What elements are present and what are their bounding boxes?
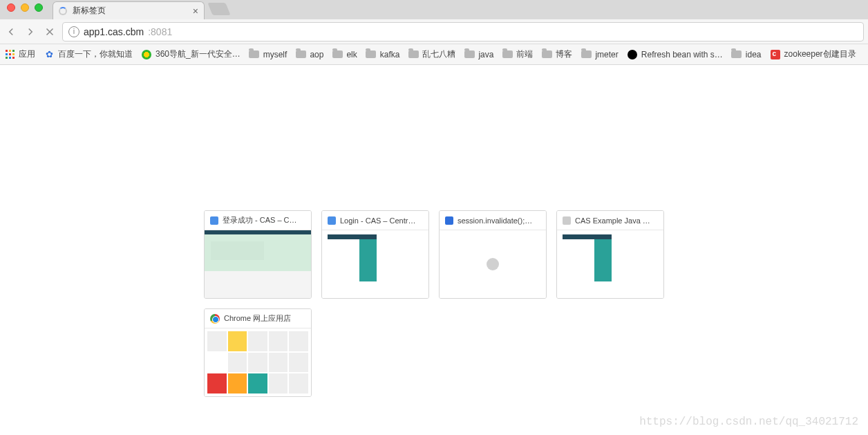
tile-title: session.invalidate();… bbox=[457, 216, 540, 225]
github-icon bbox=[627, 49, 638, 60]
tile-thumbnail bbox=[557, 230, 663, 298]
bookmark-item[interactable]: java bbox=[464, 49, 493, 60]
site-icon bbox=[770, 49, 781, 60]
bookmark-item[interactable]: Refresh bean with s… bbox=[627, 49, 723, 60]
folder-icon bbox=[731, 49, 742, 60]
folder-icon bbox=[408, 49, 419, 60]
bookmark-item[interactable]: ✿百度一下，你就知道 bbox=[44, 48, 133, 60]
tile-thumbnail bbox=[322, 230, 428, 298]
baidu-icon: ✿ bbox=[44, 49, 55, 60]
site-favicon-icon bbox=[445, 216, 453, 225]
tile-title: 登录成功 - CAS – C… bbox=[223, 215, 305, 225]
bookmark-item[interactable]: idea bbox=[731, 49, 762, 60]
bookmark-item[interactable]: 360导航_新一代安全… bbox=[141, 48, 240, 60]
folder-icon bbox=[366, 49, 377, 60]
most-visited-tiles: 登录成功 - CAS – C…Login - CAS – Centr…sessi… bbox=[204, 210, 664, 397]
tile-title: CAS Example Java … bbox=[575, 216, 658, 225]
close-tab-button[interactable]: × bbox=[193, 6, 198, 17]
document-icon bbox=[563, 216, 571, 225]
browser-tab[interactable]: 新标签页 × bbox=[53, 1, 205, 19]
folder-icon bbox=[249, 49, 260, 60]
url-port: :8081 bbox=[148, 26, 172, 37]
bookmark-item[interactable]: zookeeper创建目录 bbox=[770, 48, 856, 60]
url-host: app1.cas.cbm bbox=[84, 26, 144, 37]
bookmark-item[interactable]: elk bbox=[332, 49, 357, 60]
bookmark-item[interactable]: 应用 bbox=[4, 48, 35, 60]
bookmark-label: 前端 bbox=[516, 48, 533, 60]
toolbar: i app1.cas.cbm:8081 bbox=[0, 19, 868, 44]
tab-strip: 新标签页 × bbox=[0, 0, 868, 19]
bookmark-label: zookeeper创建目录 bbox=[784, 48, 856, 60]
forward-button[interactable] bbox=[23, 25, 37, 39]
bookmark-label: 博客 bbox=[556, 48, 572, 60]
folder-icon bbox=[581, 49, 592, 60]
back-button[interactable] bbox=[4, 25, 18, 39]
tile-header: session.invalidate();… bbox=[440, 211, 546, 230]
folder-icon bbox=[332, 49, 343, 60]
loading-spinner-icon bbox=[59, 7, 67, 15]
apps-icon bbox=[4, 49, 15, 60]
bookmark-label: 百度一下，你就知道 bbox=[58, 48, 133, 60]
address-bar[interactable]: i app1.cas.cbm:8081 bbox=[62, 22, 864, 41]
folder-icon bbox=[502, 49, 513, 60]
most-visited-tile[interactable]: Chrome 网上应用店 bbox=[204, 308, 312, 397]
bookmark-label: idea bbox=[746, 50, 762, 59]
bookmark-label: java bbox=[478, 50, 493, 59]
bookmark-label: 360导航_新一代安全… bbox=[155, 48, 240, 60]
bookmark-label: 应用 bbox=[19, 48, 35, 60]
tile-header: Login - CAS – Centr… bbox=[322, 211, 428, 230]
folder-icon bbox=[541, 49, 552, 60]
close-window-button[interactable] bbox=[7, 3, 15, 12]
watermark: https://blog.csdn.net/qq_34021712 bbox=[639, 416, 858, 428]
tile-thumbnail bbox=[440, 230, 546, 298]
maximize-window-button[interactable] bbox=[35, 3, 43, 12]
bookmark-label: elk bbox=[346, 50, 357, 59]
tile-header: CAS Example Java … bbox=[557, 211, 663, 230]
most-visited-tile[interactable]: session.invalidate();… bbox=[439, 210, 547, 299]
bookmark-label: myself bbox=[263, 50, 287, 59]
tile-thumbnail bbox=[205, 230, 311, 298]
most-visited-tile[interactable]: 登录成功 - CAS – C… bbox=[204, 210, 312, 299]
most-visited-tile[interactable]: Login - CAS – Centr… bbox=[321, 210, 429, 299]
window-controls bbox=[0, 3, 53, 16]
site-favicon-icon bbox=[210, 216, 218, 225]
tile-header: Chrome 网上应用店 bbox=[205, 309, 311, 328]
new-tab-button[interactable] bbox=[207, 3, 230, 15]
bookmark-item[interactable]: 前端 bbox=[502, 48, 533, 60]
bookmark-item[interactable]: 博客 bbox=[541, 48, 572, 60]
folder-icon bbox=[464, 49, 475, 60]
tile-header: 登录成功 - CAS – C… bbox=[205, 211, 311, 230]
bookmark-label: kafka bbox=[380, 50, 400, 59]
stop-button[interactable] bbox=[43, 25, 57, 39]
bookmark-item[interactable]: jmeter bbox=[581, 49, 618, 60]
tile-title: Login - CAS – Centr… bbox=[340, 216, 423, 225]
bookmark-item[interactable]: myself bbox=[249, 49, 287, 60]
tab-title: 新标签页 bbox=[73, 5, 187, 17]
folder-icon bbox=[295, 49, 306, 60]
bookmark-label: jmeter bbox=[595, 50, 618, 59]
360-icon bbox=[141, 49, 152, 60]
bookmark-label: Refresh bean with s… bbox=[641, 50, 723, 59]
new-tab-page: 登录成功 - CAS – C…Login - CAS – Centr…sessi… bbox=[0, 65, 868, 435]
chrome-icon bbox=[210, 314, 220, 324]
bookmark-label: 乱七八糟 bbox=[422, 48, 455, 60]
bookmark-label: aop bbox=[310, 50, 323, 59]
site-info-icon[interactable]: i bbox=[68, 26, 79, 37]
tile-title: Chrome 网上应用店 bbox=[224, 313, 305, 324]
tile-thumbnail bbox=[205, 328, 311, 396]
minimize-window-button[interactable] bbox=[21, 3, 29, 12]
bookmark-item[interactable]: kafka bbox=[366, 49, 400, 60]
site-favicon-icon bbox=[328, 216, 336, 225]
bookmark-item[interactable]: 乱七八糟 bbox=[408, 48, 455, 60]
bookmarks-bar: 应用✿百度一下，你就知道360导航_新一代安全…myselfaopelkkafk… bbox=[0, 44, 868, 65]
bookmark-item[interactable]: aop bbox=[295, 49, 323, 60]
most-visited-tile[interactable]: CAS Example Java … bbox=[556, 210, 664, 299]
